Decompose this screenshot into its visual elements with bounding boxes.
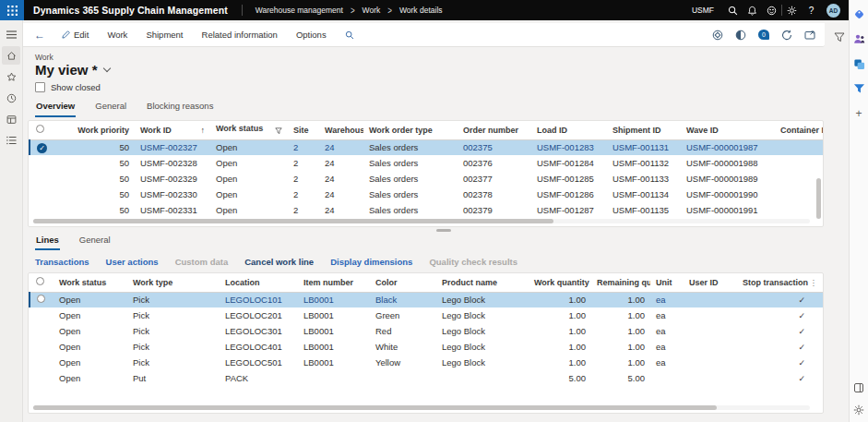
breadcrumb-item-warehouse-management[interactable]: Warehouse management xyxy=(256,6,343,15)
cell-site[interactable]: 2 xyxy=(288,139,319,155)
cell-item-number[interactable]: LB0001 xyxy=(298,292,370,307)
row-select-checkbox[interactable] xyxy=(30,323,54,339)
display-dimensions-button[interactable]: Display dimensions xyxy=(330,257,412,267)
people-icon[interactable] xyxy=(852,32,865,45)
alerts-bell-icon[interactable] xyxy=(743,0,762,20)
horizontal-scrollbar[interactable] xyxy=(33,405,810,410)
workspaces-list-icon[interactable] xyxy=(2,131,20,150)
open-filter-pane-icon[interactable] xyxy=(834,30,845,46)
column-options-icon[interactable]: ⋮ xyxy=(810,278,819,287)
column-header-color[interactable]: Color xyxy=(370,273,436,292)
modules-icon[interactable] xyxy=(2,110,20,128)
column-header-user-id[interactable]: User ID xyxy=(684,273,737,292)
column-header-wave-id[interactable]: Wave ID xyxy=(681,121,775,139)
grid-row[interactable]: OpenPickLEGOLOC301LB0001RedLego Block1.0… xyxy=(30,323,823,339)
column-header-product-name[interactable]: Product name xyxy=(436,273,529,292)
grid-row[interactable]: OpenPickLEGOLOC401LB0001WhiteLego Block1… xyxy=(30,339,823,355)
column-header-work-status[interactable]: Work status xyxy=(210,121,288,139)
help-icon[interactable]: ? xyxy=(802,0,821,20)
menu-related-information[interactable]: Related information xyxy=(193,30,287,40)
edit-button[interactable]: Edit xyxy=(53,30,98,40)
add-sidebar-item-icon[interactable]: + xyxy=(852,107,865,120)
grid-row[interactable]: 50USMF-002331Open224Sales orders002379US… xyxy=(30,202,823,218)
grid-row[interactable]: 50USMF-002328Open224Sales orders002376US… xyxy=(30,155,823,171)
show-closed-checkbox[interactable]: Show closed xyxy=(35,82,101,92)
grid-row[interactable]: OpenPutPACK5.005.00✓ xyxy=(30,370,823,386)
home-icon[interactable] xyxy=(2,46,20,65)
row-select-checkbox[interactable] xyxy=(30,370,54,386)
menu-shipment[interactable]: Shipment xyxy=(137,30,192,40)
favorites-star-icon[interactable] xyxy=(2,67,20,86)
company-selector[interactable]: USMF xyxy=(683,6,723,15)
collections-icon[interactable] xyxy=(852,57,865,70)
avatar[interactable]: AD xyxy=(826,4,840,18)
column-header-n[interactable]: N xyxy=(818,273,823,292)
grid-row[interactable]: 50USMF-002329Open224Sales orders002377US… xyxy=(30,171,823,187)
tab-lines[interactable]: Lines xyxy=(35,233,60,250)
filter-icon[interactable] xyxy=(852,82,865,95)
messages-icon[interactable]: 0 xyxy=(758,30,769,40)
column-header-work-id[interactable]: Work ID↑ xyxy=(135,121,210,139)
grid-row[interactable]: OpenPickLEGOLOC101LB0001BlackLego Block1… xyxy=(30,292,823,307)
tab-blocking-reasons[interactable]: Blocking reasons xyxy=(146,99,214,117)
menu-options[interactable]: Options xyxy=(287,30,336,40)
tab-overview[interactable]: Overview xyxy=(35,99,76,117)
grid-row[interactable]: OpenPickLEGOLOC201LB0001GreenLego Block1… xyxy=(30,307,823,323)
sidebar-settings-gear-icon[interactable] xyxy=(852,404,865,416)
column-header-shipment-id[interactable]: Shipment ID xyxy=(607,121,681,139)
transactions-button[interactable]: Transactions xyxy=(35,257,89,267)
cell-warehouse[interactable]: 24 xyxy=(319,139,363,155)
column-header-work-priority[interactable]: Work priority xyxy=(54,121,135,139)
column-header-stop-transaction[interactable]: Stop transaction xyxy=(737,273,818,292)
tab-general[interactable]: General xyxy=(94,99,127,117)
row-select-checkbox[interactable] xyxy=(30,339,54,355)
power-apps-icon[interactable] xyxy=(712,30,723,41)
grid-row[interactable]: OpenPickLEGOLOC501LB0001YellowLego Block… xyxy=(30,355,823,370)
scrollbar-thumb[interactable] xyxy=(33,405,717,410)
select-all-checkbox[interactable] xyxy=(30,273,54,292)
row-select-checkbox[interactable] xyxy=(30,171,54,187)
row-select-checkbox[interactable] xyxy=(30,307,54,323)
cell-location[interactable]: LEGOLOC101 xyxy=(220,292,298,307)
grid-splitter-handle[interactable] xyxy=(436,229,451,232)
cell-shipment-id[interactable]: USMF-001131 xyxy=(607,139,681,155)
app-title[interactable]: Dynamics 365 Supply Chain Management xyxy=(24,5,242,16)
tab-lines-general[interactable]: General xyxy=(78,233,112,250)
column-options-icon[interactable]: ⋮ xyxy=(810,126,819,135)
column-header-remaining-qua[interactable]: Remaining qua... xyxy=(591,273,650,292)
cancel-work-line-button[interactable]: Cancel work line xyxy=(244,257,314,267)
select-all-checkbox[interactable] xyxy=(30,121,54,139)
settings-gear-icon[interactable] xyxy=(782,0,802,20)
open-in-new-window-icon[interactable] xyxy=(804,30,815,40)
cell-load-id[interactable]: USMF-001283 xyxy=(531,139,607,155)
recent-clock-icon[interactable] xyxy=(2,89,20,107)
cell-work-id[interactable]: USMF-002327 xyxy=(135,139,210,155)
breadcrumb-item-work[interactable]: Work xyxy=(363,6,381,15)
horizontal-scrollbar[interactable] xyxy=(33,219,810,223)
grid-row[interactable]: 50USMF-002330Open224Sales orders002378US… xyxy=(30,187,823,202)
column-header-work-status[interactable]: Work status xyxy=(54,273,127,292)
column-header-order-number[interactable]: Order number xyxy=(458,121,531,139)
row-select-checkbox[interactable] xyxy=(30,355,54,370)
scrollbar-thumb[interactable] xyxy=(33,219,553,223)
row-select-checkbox[interactable] xyxy=(30,187,54,202)
column-header-location[interactable]: Location xyxy=(220,273,298,292)
row-select-checkbox[interactable] xyxy=(30,155,54,171)
menu-work[interactable]: Work xyxy=(98,30,137,40)
search-icon[interactable] xyxy=(723,0,743,20)
column-header-work-quantity[interactable]: Work quantity xyxy=(529,273,591,292)
tag-icon[interactable] xyxy=(852,7,865,20)
cell-order-number[interactable]: 002375 xyxy=(458,139,531,155)
column-header-warehouse[interactable]: Warehouse xyxy=(319,121,363,139)
app-launcher-icon[interactable] xyxy=(0,0,24,20)
cell-unit[interactable]: ea xyxy=(650,292,684,307)
cell-color[interactable]: Black xyxy=(370,292,436,307)
row-select-checkbox[interactable] xyxy=(30,202,54,218)
column-header-work-type[interactable]: Work type xyxy=(127,273,220,292)
cell-wave-id[interactable]: USMF-000001987 xyxy=(681,139,775,155)
refresh-icon[interactable] xyxy=(781,30,792,41)
row-select-checkbox[interactable] xyxy=(30,292,54,307)
column-header-site[interactable]: Site xyxy=(288,121,319,139)
back-button[interactable]: ← xyxy=(30,29,53,42)
row-select-checkbox[interactable]: ✓ xyxy=(30,139,54,155)
